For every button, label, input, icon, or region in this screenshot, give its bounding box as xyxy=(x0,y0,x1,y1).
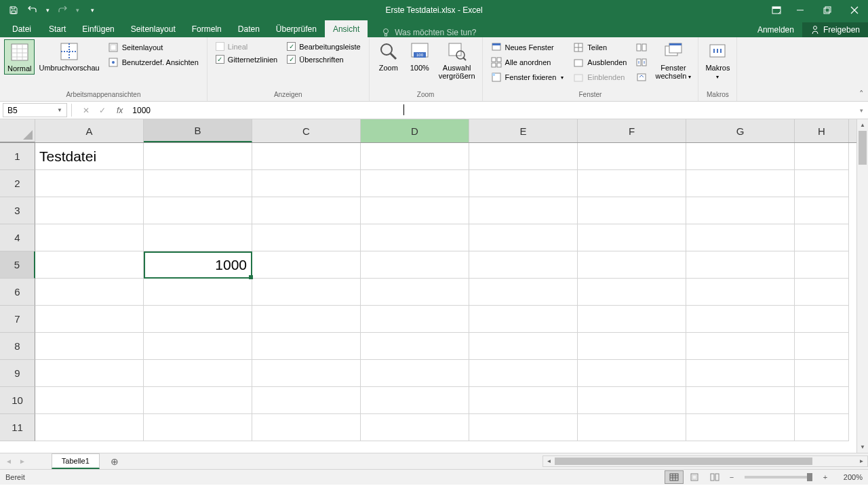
cell[interactable] xyxy=(686,333,795,360)
cell[interactable] xyxy=(469,197,578,224)
cell[interactable] xyxy=(35,333,144,360)
cell[interactable] xyxy=(252,306,361,333)
cell[interactable] xyxy=(686,360,795,387)
cell[interactable] xyxy=(469,170,578,197)
col-header-d[interactable]: D xyxy=(361,119,469,142)
horizontal-scrollbar[interactable]: ◄ ► xyxy=(542,455,868,467)
cell[interactable] xyxy=(252,414,361,441)
cell[interactable] xyxy=(361,387,469,414)
cell[interactable] xyxy=(686,197,795,224)
signin-link[interactable]: Anmelden xyxy=(751,22,801,37)
cell[interactable] xyxy=(144,360,252,387)
zoom-out-button[interactable]: − xyxy=(726,473,738,481)
add-sheet-button[interactable]: ⊕ xyxy=(106,453,123,469)
share-button[interactable]: Freigeben xyxy=(802,22,868,37)
cell[interactable] xyxy=(361,333,469,360)
cell[interactable] xyxy=(469,279,578,306)
macros-button[interactable]: Makros▾ xyxy=(703,39,732,82)
cell[interactable] xyxy=(361,360,469,387)
vertical-scrollbar[interactable]: ▲ ▼ xyxy=(856,119,868,453)
formula-bar-checkbox[interactable]: ✓ Bearbeitungsleiste xyxy=(284,41,363,52)
zoom-selection-button[interactable]: Auswahlvergrößern xyxy=(436,39,478,81)
cell[interactable] xyxy=(469,251,578,279)
cell[interactable] xyxy=(686,306,795,333)
cell[interactable] xyxy=(252,224,361,251)
zoom-in-button[interactable]: + xyxy=(819,473,831,481)
cell[interactable] xyxy=(686,251,795,279)
cell[interactable] xyxy=(578,170,686,197)
cell[interactable] xyxy=(578,224,686,251)
col-header-h[interactable]: H xyxy=(795,119,849,142)
name-box[interactable]: B5 ▼ xyxy=(3,103,67,117)
cell[interactable] xyxy=(469,414,578,441)
cell[interactable] xyxy=(469,224,578,251)
tab-review[interactable]: Überprüfen xyxy=(268,20,325,37)
cell[interactable] xyxy=(361,224,469,251)
cell-b5[interactable]: 1000 xyxy=(144,251,252,279)
cell[interactable] xyxy=(35,306,144,333)
row-header-8[interactable]: 8 xyxy=(0,333,35,360)
cell[interactable] xyxy=(361,197,469,224)
cell[interactable] xyxy=(144,224,252,251)
cell[interactable] xyxy=(252,170,361,197)
cell[interactable] xyxy=(144,197,252,224)
redo-dropdown[interactable]: ▾ xyxy=(73,2,81,18)
cell[interactable] xyxy=(144,306,252,333)
zoom-button[interactable]: Zoom xyxy=(374,39,403,73)
cell[interactable] xyxy=(35,414,144,441)
undo-dropdown[interactable]: ▾ xyxy=(43,2,52,18)
col-header-b[interactable]: B xyxy=(144,119,252,142)
cell-a1[interactable]: Testdatei xyxy=(35,143,144,170)
scroll-right-button[interactable]: ► xyxy=(856,456,867,466)
cell[interactable] xyxy=(144,170,252,197)
arrange-all-button[interactable]: Alle anordnen xyxy=(488,56,567,69)
cell-d1[interactable] xyxy=(361,143,469,170)
cell[interactable] xyxy=(35,197,144,224)
row-header-11[interactable]: 11 xyxy=(0,414,35,441)
cell[interactable] xyxy=(795,387,849,414)
scroll-thumb[interactable] xyxy=(859,131,867,165)
row-header-6[interactable]: 6 xyxy=(0,279,35,306)
cell[interactable] xyxy=(144,279,252,306)
tab-pagelayout[interactable]: Seitenlayout xyxy=(123,20,184,37)
cell-g1[interactable] xyxy=(686,143,795,170)
cell[interactable] xyxy=(686,224,795,251)
scroll-left-button[interactable]: ◄ xyxy=(543,456,555,466)
tab-file[interactable]: Datei xyxy=(3,20,41,37)
cell[interactable] xyxy=(578,387,686,414)
normal-view-button[interactable]: Normal xyxy=(4,39,35,75)
cell[interactable] xyxy=(795,279,849,306)
cell[interactable] xyxy=(469,360,578,387)
col-header-c[interactable]: C xyxy=(252,119,361,142)
normal-view-status-button[interactable] xyxy=(665,470,684,484)
row-header-4[interactable]: 4 xyxy=(0,224,35,251)
row-header-10[interactable]: 10 xyxy=(0,387,35,414)
close-button[interactable] xyxy=(841,0,868,20)
enter-formula-button[interactable]: ✓ xyxy=(95,104,110,117)
sheet-nav-prev[interactable]: ◄ xyxy=(5,458,12,465)
cell[interactable] xyxy=(144,333,252,360)
split-button[interactable]: Teilen xyxy=(570,41,629,54)
cell[interactable] xyxy=(795,197,849,224)
tab-formulas[interactable]: Formeln xyxy=(184,20,230,37)
scroll-down-button[interactable]: ▼ xyxy=(857,441,868,453)
zoom-slider-thumb[interactable] xyxy=(807,473,812,481)
page-layout-button[interactable]: Seitenlayout xyxy=(105,41,201,54)
tab-view[interactable]: Ansicht xyxy=(325,20,368,37)
redo-button[interactable] xyxy=(54,2,71,18)
hide-button[interactable]: Ausblenden xyxy=(570,56,629,69)
cell[interactable] xyxy=(795,306,849,333)
cell[interactable] xyxy=(252,251,361,279)
formula-input[interactable] xyxy=(127,102,854,119)
cell[interactable] xyxy=(686,170,795,197)
zoom-percentage[interactable]: 200% xyxy=(833,473,863,481)
sheet-nav-next[interactable]: ► xyxy=(19,458,26,465)
row-header-2[interactable]: 2 xyxy=(0,170,35,197)
cell-c1[interactable] xyxy=(252,143,361,170)
cell-b1[interactable] xyxy=(144,143,252,170)
expand-formula-bar-button[interactable]: ▾ xyxy=(854,102,868,119)
cell[interactable] xyxy=(361,251,469,279)
cell[interactable] xyxy=(469,333,578,360)
view-side-by-side-button[interactable] xyxy=(633,41,650,54)
cell[interactable] xyxy=(35,360,144,387)
